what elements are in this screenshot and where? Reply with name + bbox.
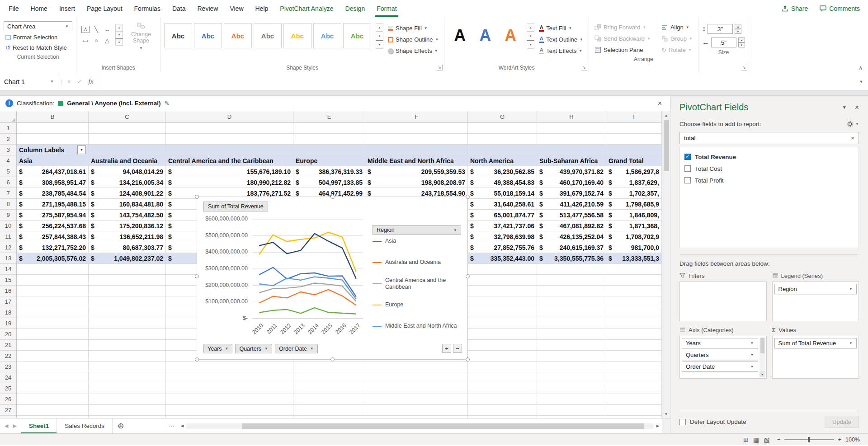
cell-G15[interactable] bbox=[468, 275, 537, 286]
cell-B10[interactable]: $256,224,537.68 bbox=[17, 221, 89, 231]
cell-B25[interactable] bbox=[17, 383, 89, 394]
cell-I22[interactable] bbox=[606, 351, 662, 361]
tab-help[interactable]: Help bbox=[250, 0, 274, 17]
scroll-down-icon[interactable]: ▼ bbox=[760, 371, 765, 377]
scroll-down-icon[interactable]: ▾ bbox=[115, 31, 123, 38]
cell-H21[interactable] bbox=[537, 340, 606, 351]
values-drop-zone[interactable]: Sum of Total Revenue▼ bbox=[772, 336, 859, 379]
cell-B23[interactable] bbox=[17, 361, 89, 372]
cell-B3[interactable]: Column Labels▼ bbox=[17, 145, 89, 155]
cell-D26[interactable] bbox=[166, 394, 293, 405]
row-header-14[interactable]: 14 bbox=[0, 264, 17, 275]
shape-style-7[interactable]: Abc bbox=[343, 23, 371, 48]
cell-B7[interactable]: $238,785,484.54 bbox=[17, 188, 89, 199]
field-checkbox[interactable] bbox=[684, 165, 691, 172]
cell-C5[interactable]: $94,048,014.29 bbox=[89, 166, 166, 177]
tab-format[interactable]: Format bbox=[371, 0, 402, 17]
column-labels-filter-icon[interactable]: ▼ bbox=[77, 146, 86, 154]
row-header-28[interactable]: 28 bbox=[0, 416, 17, 418]
axis-scroll-thumb[interactable] bbox=[760, 338, 764, 353]
cell-E3[interactable] bbox=[293, 145, 365, 155]
scroll-up-icon[interactable]: ▴ bbox=[527, 23, 534, 32]
cell-H9[interactable]: $513,477,556.58 bbox=[537, 210, 606, 221]
chart-legend-field-button[interactable]: Region ▼ bbox=[373, 225, 461, 235]
zoom-slider-thumb[interactable] bbox=[808, 437, 810, 442]
line-shape-icon[interactable]: ╲ bbox=[91, 24, 102, 35]
cell-B13[interactable]: $2,005,305,576.02 bbox=[17, 253, 89, 264]
tab-pivotchart-analyze[interactable]: PivotChart Analyze bbox=[274, 0, 339, 17]
cell-H15[interactable] bbox=[537, 275, 606, 286]
scroll-down-icon[interactable]: ▾ bbox=[527, 32, 534, 40]
cell-I3[interactable] bbox=[606, 145, 662, 155]
cell-D4[interactable]: Central America and the Caribbean bbox=[166, 155, 293, 166]
area-field-chip-years[interactable]: Years▼ bbox=[682, 338, 758, 348]
cell-D27[interactable] bbox=[166, 405, 293, 416]
cell-H27[interactable] bbox=[537, 405, 606, 416]
page-layout-view-icon[interactable]: ▦ bbox=[753, 436, 759, 443]
cell-B6[interactable]: $308,958,951.47 bbox=[17, 177, 89, 188]
cell-F26[interactable] bbox=[365, 394, 468, 405]
cell-I20[interactable] bbox=[606, 329, 662, 340]
shape-style-5[interactable]: Abc bbox=[283, 23, 311, 48]
row-header-1[interactable]: 1 bbox=[0, 123, 17, 134]
row-header-22[interactable]: 22 bbox=[0, 351, 17, 361]
cell-H11[interactable]: $426,135,252.04 bbox=[537, 231, 606, 242]
pane-close-icon[interactable]: × bbox=[855, 103, 859, 112]
cell-G12[interactable]: $27,852,755.76 bbox=[468, 242, 537, 253]
row-header-16[interactable]: 16 bbox=[0, 286, 17, 296]
cell-H3[interactable] bbox=[537, 145, 606, 155]
reset-to-match-style-button[interactable]: ↺ Reset to Match Style bbox=[4, 43, 72, 52]
scroll-up-icon[interactable]: ▴ bbox=[115, 24, 123, 31]
scroll-left-icon[interactable]: ◀ bbox=[178, 424, 186, 428]
cell-C20[interactable] bbox=[89, 329, 166, 340]
chart-collapse-icon[interactable]: − bbox=[453, 344, 462, 353]
row-header-12[interactable]: 12 bbox=[0, 242, 17, 253]
arrow-shape-icon[interactable]: → bbox=[102, 24, 113, 35]
row-header-26[interactable]: 26 bbox=[0, 394, 17, 405]
cell-C25[interactable] bbox=[89, 383, 166, 394]
cell-G8[interactable]: $31,640,258.61 bbox=[468, 199, 537, 210]
cell-E25[interactable] bbox=[293, 383, 365, 394]
horizontal-scroll-thumb[interactable] bbox=[242, 423, 644, 429]
chart-axis-field-button-order-date[interactable]: Order Date▼ bbox=[275, 344, 318, 353]
cell-E5[interactable]: $386,376,319.33 bbox=[293, 166, 365, 177]
area-field-chip-order-date[interactable]: Order Date▼ bbox=[682, 361, 758, 372]
shape-effects-button[interactable]: Shape Effects▼ bbox=[386, 47, 440, 55]
formula-bar-grip[interactable]: ⋮ bbox=[58, 73, 66, 90]
resize-handle-se[interactable] bbox=[466, 357, 470, 361]
cell-H20[interactable] bbox=[537, 329, 606, 340]
cell-I21[interactable] bbox=[606, 340, 662, 351]
resize-handle-sw[interactable] bbox=[195, 357, 199, 361]
legend-entry-australia-and-oceania[interactable]: Australia and Oceania bbox=[373, 252, 461, 273]
pivot-chart[interactable]: Sum of Total Revenue Region ▼ AsiaAustra… bbox=[197, 197, 468, 360]
shape-styles-dialog-launcher[interactable]: ↘ bbox=[437, 65, 443, 70]
series-line-asia[interactable] bbox=[259, 268, 356, 297]
cell-B22[interactable] bbox=[17, 351, 89, 361]
vertical-scrollbar[interactable]: ▲ ▼ bbox=[662, 111, 670, 418]
cell-H16[interactable] bbox=[537, 286, 606, 296]
cell-D1[interactable] bbox=[166, 123, 293, 134]
cell-G6[interactable]: $49,388,454.83 bbox=[468, 177, 537, 188]
scroll-down-icon[interactable]: ▼ bbox=[662, 410, 670, 418]
cell-F5[interactable]: $209,559,359.53 bbox=[365, 166, 468, 177]
row-header-23[interactable]: 23 bbox=[0, 361, 17, 372]
cell-C17[interactable] bbox=[89, 296, 166, 307]
cell-G7[interactable]: $55,018,159.14 bbox=[468, 188, 537, 199]
area-field-chip-quarters[interactable]: Quarters▼ bbox=[682, 350, 758, 360]
cell-I18[interactable] bbox=[606, 307, 662, 318]
shape-outline-button[interactable]: Shape Outline▼ bbox=[386, 35, 440, 44]
column-header-G[interactable]: G bbox=[468, 111, 537, 123]
row-header-5[interactable]: 5 bbox=[0, 166, 17, 177]
cell-C23[interactable] bbox=[89, 361, 166, 372]
chart-element-combo[interactable]: Chart Area▼ bbox=[4, 21, 72, 31]
field-item-total-revenue[interactable]: Total Revenue bbox=[683, 151, 856, 163]
column-header-I[interactable]: I bbox=[606, 111, 662, 123]
cell-B21[interactable] bbox=[17, 340, 89, 351]
cell-I7[interactable]: $1,702,357, bbox=[606, 188, 662, 199]
chart-expand-icon[interactable]: + bbox=[442, 344, 451, 353]
row-header-8[interactable]: 8 bbox=[0, 199, 17, 210]
resize-handle-e[interactable] bbox=[466, 274, 470, 278]
cell-C16[interactable] bbox=[89, 286, 166, 296]
cell-G10[interactable]: $37,421,737.06 bbox=[468, 221, 537, 231]
cell-B17[interactable] bbox=[17, 296, 89, 307]
